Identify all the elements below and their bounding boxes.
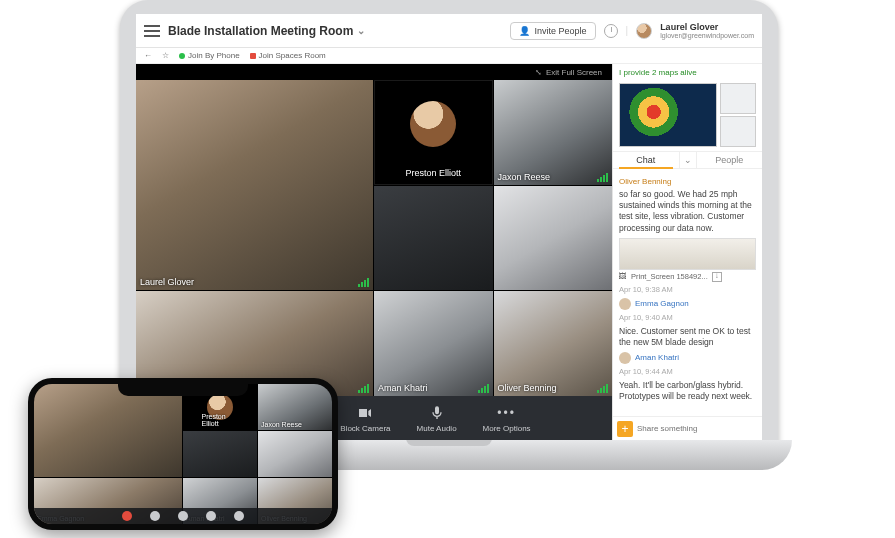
tab-chat-label: Chat xyxy=(636,155,655,165)
more-options-button[interactable]: ••• More Options xyxy=(483,404,531,433)
video-tile[interactable]: Aman Khatri xyxy=(374,291,493,396)
phone-control-button[interactable] xyxy=(178,511,188,521)
side-tabs: Chat ⌄ People xyxy=(613,151,762,169)
laptop-screen: Blade Installation Meeting Room ⌄ 👤 Invi… xyxy=(136,14,762,440)
room-title[interactable]: Blade Installation Meeting Room ⌄ xyxy=(168,24,365,38)
chat-sender: Aman Khatri xyxy=(635,353,679,363)
tab-chat[interactable]: Chat xyxy=(613,152,679,168)
chat-message: so far so good. We had 25 mph sustained … xyxy=(619,189,756,233)
share-thumbnails xyxy=(720,83,756,147)
avatar xyxy=(619,298,631,310)
star-icon[interactable]: ☆ xyxy=(162,51,169,60)
user-avatar[interactable] xyxy=(636,23,652,39)
chevron-down-icon: ⌄ xyxy=(357,25,365,36)
participant-name: Preston Elliott xyxy=(202,413,239,427)
phone-device: Preston Elliott Jaxon Reese Emma Gagnon … xyxy=(28,378,338,530)
file-name: Print_Screen 158492... xyxy=(631,272,708,282)
phone-video-tile-feature[interactable] xyxy=(34,384,182,477)
more-options-label: More Options xyxy=(483,424,531,433)
participant-name: Aman Khatri xyxy=(378,383,428,393)
join-spaces-label: Join Spaces Room xyxy=(259,51,326,60)
chat-message: Yeah. It'll be carbon/glass hybrid. Prot… xyxy=(619,380,756,402)
phone-video-tile[interactable] xyxy=(258,431,332,477)
video-tile[interactable]: Oliver Benning xyxy=(494,291,613,396)
signal-bars-icon xyxy=(597,384,608,393)
participant-name: Laurel Glover xyxy=(140,277,194,287)
chat-message: Nice. Customer sent me OK to test the ne… xyxy=(619,326,756,348)
chat-image-attachment[interactable] xyxy=(619,238,756,270)
thumbnail xyxy=(720,116,756,147)
share-caption-text: I provide 2 maps alive xyxy=(619,68,697,77)
signal-bars-icon xyxy=(597,173,608,182)
video-tile[interactable] xyxy=(494,186,613,291)
person-plus-icon: 👤 xyxy=(519,26,530,36)
phone-control-button[interactable] xyxy=(206,511,216,521)
chat-sender: Emma Gagnon xyxy=(635,299,689,309)
join-by-phone-label: Join By Phone xyxy=(188,51,240,60)
user-name: Laurel Glover xyxy=(660,23,754,32)
phone-notch xyxy=(118,384,248,396)
collapse-arrows-icon[interactable]: ⤡ xyxy=(535,68,542,77)
back-icon[interactable]: ← xyxy=(144,51,152,60)
user-email: lglover@greenwindpower.com xyxy=(660,32,754,39)
mute-audio-label: Mute Audio xyxy=(417,424,457,433)
video-grid: Laurel Glover Preston Elliott Jaxon Rees… xyxy=(136,80,612,396)
invite-people-button[interactable]: 👤 Invite People xyxy=(510,22,595,40)
chat-timestamp: Apr 10, 9:40 AM xyxy=(619,313,756,323)
phone-video-tile[interactable]: Jaxon Reese xyxy=(258,384,332,430)
video-tile-pip[interactable]: Preston Elliott xyxy=(374,80,493,185)
room-title-text: Blade Installation Meeting Room xyxy=(168,24,353,38)
participant-name: Jaxon Reese xyxy=(261,421,302,428)
clock-icon[interactable] xyxy=(604,24,618,38)
video-top-row: ⤡ Exit Full Screen xyxy=(136,64,612,80)
signal-bars-icon xyxy=(358,278,369,287)
signal-bars-icon xyxy=(358,384,369,393)
share-caption: I provide 2 maps alive xyxy=(613,64,762,81)
phone-meeting-controls xyxy=(34,508,332,524)
exit-fullscreen-label[interactable]: Exit Full Screen xyxy=(546,68,602,77)
user-info[interactable]: Laurel Glover lglover@greenwindpower.com xyxy=(660,23,754,39)
top-bar: Blade Installation Meeting Room ⌄ 👤 Invi… xyxy=(136,14,762,48)
share-preview[interactable] xyxy=(619,83,756,147)
menu-icon[interactable] xyxy=(144,25,160,37)
participant-name: Jaxon Reese xyxy=(498,172,551,182)
video-tile-feature[interactable]: Laurel Glover xyxy=(136,80,373,290)
chat-file-attachment[interactable]: 🖼 Print_Screen 158492... ↓ xyxy=(619,272,756,282)
phone-video-grid: Preston Elliott Jaxon Reese Emma Gagnon … xyxy=(34,384,332,524)
chat-timestamp: Apr 10, 9:44 AM xyxy=(619,367,756,377)
join-spaces-link[interactable]: Join Spaces Room xyxy=(250,51,326,60)
invite-label: Invite People xyxy=(534,26,586,36)
phone-video-tile[interactable] xyxy=(183,431,257,477)
video-tile[interactable] xyxy=(374,186,493,291)
sub-bar: ← ☆ Join By Phone Join Spaces Room xyxy=(136,48,762,64)
chat-sender: Oliver Benning xyxy=(619,177,756,187)
camera-icon xyxy=(356,404,374,422)
tab-people-label: People xyxy=(715,155,743,165)
avatar xyxy=(619,352,631,364)
download-icon[interactable]: ↓ xyxy=(712,272,722,282)
phone-control-button[interactable] xyxy=(234,511,244,521)
participant-name: Preston Elliott xyxy=(405,168,461,178)
block-camera-button[interactable]: Block Camera xyxy=(340,404,390,433)
file-icon: 🖼 xyxy=(619,272,627,282)
more-options-icon: ••• xyxy=(498,404,516,422)
tab-expand-icon[interactable]: ⌄ xyxy=(679,152,697,168)
phone-status-icon xyxy=(179,53,185,59)
chat-sender-row: Aman Khatri xyxy=(619,352,756,364)
chat-thread[interactable]: Oliver Benning so far so good. We had 25… xyxy=(613,169,762,416)
mute-audio-button[interactable]: Mute Audio xyxy=(417,404,457,433)
thumbnail xyxy=(720,83,756,114)
join-by-phone-link[interactable]: Join By Phone xyxy=(179,51,240,60)
spaces-status-icon xyxy=(250,53,256,59)
phone-hangup-button[interactable] xyxy=(122,511,132,521)
phone-control-button[interactable] xyxy=(150,511,160,521)
chat-input[interactable] xyxy=(637,424,758,433)
divider: | xyxy=(626,25,629,36)
tab-people[interactable]: People xyxy=(697,152,763,168)
meeting-app: Blade Installation Meeting Room ⌄ 👤 Invi… xyxy=(136,14,762,440)
video-tile[interactable]: Jaxon Reese xyxy=(494,80,613,185)
avatar xyxy=(410,101,456,147)
attach-button[interactable]: + xyxy=(617,421,633,437)
side-panel: I provide 2 maps alive Chat ⌄ People xyxy=(612,64,762,440)
chat-timestamp: Apr 10, 9:38 AM xyxy=(619,285,756,295)
